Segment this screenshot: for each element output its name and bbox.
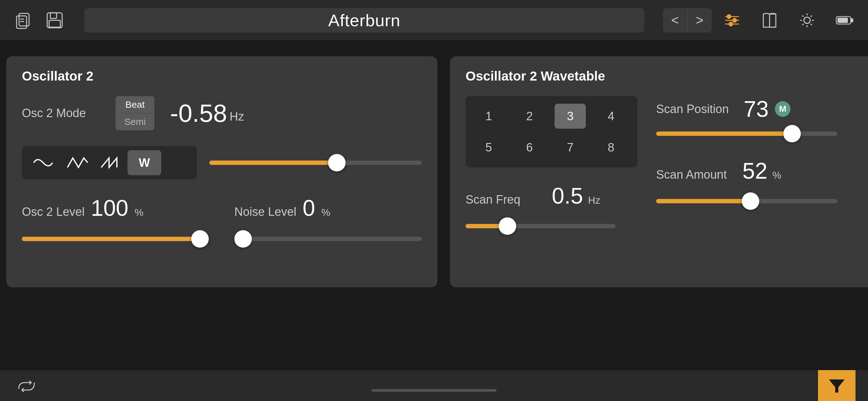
battery-icon bbox=[834, 9, 856, 31]
scan-position-label: Scan Position bbox=[656, 102, 737, 116]
top-bar-right bbox=[721, 9, 856, 31]
semi-button[interactable]: Semi bbox=[116, 113, 154, 130]
wavetable-right: Scan Position 73 M bbox=[656, 96, 837, 235]
sawtooth-wave-button[interactable] bbox=[94, 150, 127, 175]
triangle-wave-button[interactable] bbox=[60, 150, 94, 175]
scan-freq-section: Scan Freq 0.5 Hz bbox=[466, 183, 638, 235]
funnel-button[interactable] bbox=[818, 370, 856, 401]
top-bar: Afterburn < > bbox=[0, 0, 868, 41]
scan-amount-value: 52 bbox=[742, 158, 767, 183]
wavetable-main-row: 1 2 3 4 5 6 7 8 Scan Freq 0.5 Hz bbox=[466, 96, 859, 235]
scan-amount-section: Scan Amount 52 % bbox=[656, 158, 837, 210]
scan-amount-unit: % bbox=[772, 170, 781, 181]
osc2-mode-row: Osc 2 Mode Beat Semi -0.58 Hz bbox=[22, 96, 422, 130]
svg-marker-17 bbox=[829, 379, 844, 393]
wavetable-grid: 1 2 3 4 5 6 7 8 bbox=[466, 96, 638, 167]
waveform-slider-row: W bbox=[22, 146, 422, 179]
scan-position-value: 73 bbox=[744, 96, 769, 122]
scan-position-header: Scan Position 73 M bbox=[656, 96, 837, 122]
wt-num-4[interactable]: 4 bbox=[595, 104, 627, 129]
prev-button[interactable]: < bbox=[663, 8, 687, 32]
bottom-bar bbox=[0, 370, 868, 401]
settings-icon[interactable] bbox=[796, 9, 818, 31]
wt-num-6[interactable]: 6 bbox=[514, 135, 545, 160]
svg-rect-5 bbox=[50, 13, 57, 19]
wavetable-left: 1 2 3 4 5 6 7 8 Scan Freq 0.5 Hz bbox=[466, 96, 638, 235]
osc2-level-value: 100 bbox=[91, 195, 128, 221]
wavetable-label: W bbox=[139, 156, 150, 170]
scan-amount-slider[interactable] bbox=[656, 192, 837, 210]
sliders-icon[interactable] bbox=[721, 9, 743, 31]
osc2-level-col: Osc 2 Level 100 % bbox=[22, 195, 209, 248]
osc2-level-unit: % bbox=[135, 207, 144, 218]
wt-num-3[interactable]: 3 bbox=[555, 104, 586, 129]
wt-num-7[interactable]: 7 bbox=[555, 135, 586, 160]
preset-name-box[interactable]: Afterburn bbox=[84, 8, 644, 32]
svg-point-13 bbox=[804, 17, 810, 24]
wt-num-8[interactable]: 8 bbox=[595, 135, 627, 160]
top-bar-left bbox=[12, 9, 66, 31]
detuning-display: -0.58 Hz bbox=[167, 99, 244, 128]
scan-freq-slider[interactable] bbox=[466, 218, 638, 235]
noise-level-header: Noise Level 0 % bbox=[234, 195, 422, 221]
noise-level-label: Noise Level bbox=[234, 205, 297, 219]
main-content: Oscillator 2 Osc 2 Mode Beat Semi -0.58 … bbox=[0, 41, 868, 370]
scan-freq-header: Scan Freq 0.5 Hz bbox=[466, 183, 638, 209]
detuning-slider[interactable] bbox=[209, 161, 422, 165]
sine-wave-button[interactable] bbox=[26, 150, 60, 175]
waveform-selector: W bbox=[22, 146, 197, 179]
svg-point-11 bbox=[733, 19, 737, 22]
wt-num-2[interactable]: 2 bbox=[514, 104, 545, 129]
beat-semi-group: Beat Semi bbox=[116, 96, 154, 130]
next-button[interactable]: > bbox=[687, 8, 712, 32]
osc2-mode-label: Osc 2 Mode bbox=[22, 106, 103, 120]
svg-point-10 bbox=[727, 15, 731, 19]
level-row: Osc 2 Level 100 % Noise Level 0 % bbox=[22, 195, 422, 248]
osc2-level-slider[interactable] bbox=[22, 230, 209, 248]
beat-button[interactable]: Beat bbox=[116, 96, 154, 113]
nav-arrows: < > bbox=[663, 8, 712, 32]
svg-rect-16 bbox=[851, 19, 853, 22]
scan-position-section: Scan Position 73 M bbox=[656, 96, 837, 142]
scan-position-slider[interactable] bbox=[656, 125, 837, 142]
osc2-level-label: Osc 2 Level bbox=[22, 205, 85, 219]
preset-name: Afterburn bbox=[328, 11, 400, 30]
save-icon[interactable] bbox=[44, 9, 66, 31]
book-icon[interactable] bbox=[758, 9, 780, 31]
wavetable-wave-button[interactable]: W bbox=[127, 150, 161, 175]
noise-level-slider[interactable] bbox=[234, 230, 422, 248]
noise-level-col: Noise Level 0 % bbox=[234, 195, 422, 248]
osc2-panel: Oscillator 2 Osc 2 Mode Beat Semi -0.58 … bbox=[6, 56, 437, 287]
m-badge[interactable]: M bbox=[775, 101, 790, 117]
scan-freq-unit: Hz bbox=[588, 195, 600, 206]
scan-amount-header: Scan Amount 52 % bbox=[656, 158, 837, 183]
svg-rect-0 bbox=[19, 13, 29, 26]
osc2-title: Oscillator 2 bbox=[22, 69, 422, 84]
wt-num-5[interactable]: 5 bbox=[473, 135, 504, 160]
detuning-value: -0.58 bbox=[170, 99, 227, 128]
svg-rect-6 bbox=[49, 20, 60, 27]
scan-freq-label: Scan Freq bbox=[466, 193, 547, 206]
detuning-unit: Hz bbox=[230, 110, 244, 128]
svg-rect-1 bbox=[17, 16, 27, 28]
scan-freq-value: 0.5 bbox=[552, 183, 583, 209]
copy-icon[interactable] bbox=[12, 9, 34, 31]
wavetable-title: Oscillator 2 Wavetable bbox=[466, 69, 859, 84]
noise-level-value: 0 bbox=[303, 195, 315, 221]
noise-level-unit: % bbox=[321, 207, 330, 218]
wt-num-1[interactable]: 1 bbox=[473, 104, 504, 129]
loop-icon[interactable] bbox=[12, 372, 41, 400]
scan-amount-label: Scan Amount bbox=[656, 168, 737, 181]
scroll-indicator bbox=[372, 389, 496, 392]
osc2-level-header: Osc 2 Level 100 % bbox=[22, 195, 209, 221]
svg-point-12 bbox=[729, 22, 733, 26]
svg-rect-15 bbox=[838, 18, 848, 23]
wavetable-panel: Oscillator 2 Wavetable 1 2 3 4 5 6 7 8 bbox=[450, 56, 868, 287]
